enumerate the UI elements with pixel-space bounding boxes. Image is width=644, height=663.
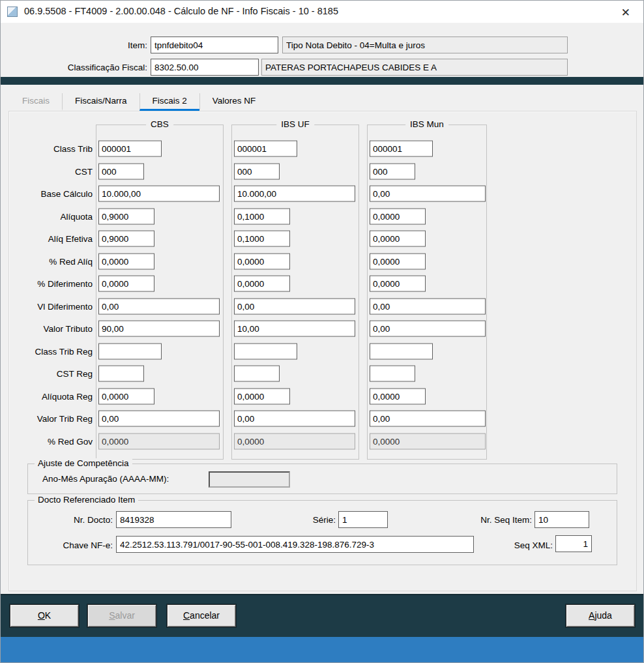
ajuste-competencia-groupbox: Ajuste de Competência Ano-Mês Apuração (… (27, 464, 617, 494)
tab-fiscais-narra[interactable]: Fiscais/Narra (62, 93, 139, 111)
class-trib-reg-cbs-input[interactable] (98, 343, 162, 359)
ajuda-button[interactable]: Ajuda (566, 604, 635, 627)
valor-tributo-ibs-uf-input[interactable] (234, 321, 355, 337)
cst-reg-ibs-mun-input[interactable] (370, 366, 415, 382)
aliquota-ibs-mun-input[interactable] (370, 208, 426, 224)
valor-tributo-row: Valor Tributo (9, 317, 636, 340)
red-gov-label: % Red Gov (9, 436, 93, 446)
ibs-mun-column-header: IBS Mun (405, 119, 448, 129)
ok-button[interactable]: OK (10, 604, 79, 627)
background-strip (1, 637, 643, 663)
chave-nfe-input[interactable] (116, 536, 474, 553)
ano-mes-apuracao-input (209, 471, 290, 488)
diferimento-ibs-mun-input[interactable] (370, 276, 426, 292)
nr-seq-item-label: Nr. Seq Item: (454, 515, 532, 525)
ajuste-competencia-title: Ajuste de Competência (35, 458, 132, 468)
base-calculo-cbs-input[interactable] (98, 186, 220, 202)
aliquota-ibs-uf-input[interactable] (234, 208, 290, 224)
ibs-uf-column-header: IBS UF (276, 119, 314, 129)
valor-trib-reg-label: Valor Trib Reg (9, 414, 93, 424)
class-trib-ibs-uf-input[interactable] (234, 141, 297, 157)
red-aliq-label: % Red Alíq (9, 256, 93, 266)
red-gov-row: % Red Gov (9, 430, 636, 453)
aliquota-reg-row: Alíquota Reg (9, 385, 636, 408)
cst-ibs-uf-input[interactable] (234, 163, 280, 179)
valor-trib-reg-ibs-uf-input[interactable] (234, 411, 355, 427)
class-trib-cbs-input[interactable] (98, 141, 162, 157)
tab-fiscais[interactable]: Fiscais (10, 93, 62, 111)
cst-row: CST (9, 160, 636, 183)
base-calculo-ibs-mun-input[interactable] (370, 186, 486, 202)
ano-mes-apuracao-label: Ano-Mês Apuração (AAAA-MM): (42, 474, 169, 484)
nr-docto-label: Nr. Docto: (31, 515, 113, 525)
aliquota-reg-cbs-input[interactable] (98, 388, 154, 404)
red-aliq-ibs-uf-input[interactable] (234, 253, 290, 269)
aliquota-reg-ibs-uf-input[interactable] (234, 388, 290, 404)
divider-band (1, 77, 643, 85)
class-trib-reg-ibs-mun-input[interactable] (370, 343, 433, 359)
item-description-field (282, 37, 568, 53)
red-gov-cbs-input (98, 433, 220, 449)
class-trib-reg-row: Class Trib Reg (9, 340, 636, 363)
diferimento-row: % Diferimento (9, 273, 636, 295)
aliquota-reg-ibs-mun-input[interactable] (370, 388, 426, 404)
class-trib-label: Class Trib (9, 144, 93, 154)
close-icon[interactable]: ✕ (619, 5, 633, 21)
cst-reg-ibs-uf-input[interactable] (234, 366, 280, 382)
cst-cbs-input[interactable] (98, 163, 144, 179)
diferimento-cbs-input[interactable] (98, 276, 154, 292)
diferimento-ibs-uf-input[interactable] (234, 276, 290, 292)
nr-seq-item-input[interactable] (534, 511, 589, 528)
docto-referenciado-title: Docto Referenciado Item (35, 495, 138, 505)
aliquota-label: Alíquota (9, 211, 93, 221)
tab-fiscais-2[interactable]: Fiscais 2 (139, 93, 199, 111)
vl-diferimento-label: Vl Diferimento (9, 301, 93, 311)
serie-label: Série: (274, 515, 336, 525)
cst-reg-row: CST Reg (9, 362, 636, 385)
button-bar: OKSalvarCancelarAjuda (1, 594, 643, 637)
base-calculo-row: Base Cálculo (9, 183, 636, 205)
class-trib-reg-ibs-uf-input[interactable] (234, 343, 297, 359)
cbs-column-header: CBS (146, 119, 173, 129)
aliq-efetiva-ibs-mun-input[interactable] (370, 231, 426, 247)
app-icon (7, 7, 18, 17)
red-aliq-cbs-input[interactable] (98, 253, 154, 269)
aliq-efetiva-row: Alíq Efetiva (9, 228, 636, 250)
red-aliq-ibs-mun-input[interactable] (370, 253, 426, 269)
seq-xml-input[interactable] (555, 535, 592, 552)
cst-reg-label: CST Reg (9, 369, 93, 379)
class-trib-ibs-mun-input[interactable] (370, 141, 433, 157)
title-bar: 06.9.5508 - FT4009 - 2.00.00.048 - Cálcu… (1, 1, 643, 23)
dialog-window: 06.9.5508 - FT4009 - 2.00.00.048 - Cálcu… (0, 0, 644, 663)
cst-reg-cbs-input[interactable] (98, 366, 144, 382)
cancelar-button[interactable]: Cancelar (167, 604, 236, 627)
red-aliq-row: % Red Alíq (9, 250, 636, 273)
serie-input[interactable] (338, 511, 388, 528)
aliq-efetiva-cbs-input[interactable] (98, 231, 154, 247)
class-trib-row: Class Trib (9, 138, 636, 160)
classificacao-fiscal-input[interactable] (151, 59, 259, 76)
aliquota-reg-label: Alíquota Reg (9, 391, 93, 401)
valor-trib-reg-cbs-input[interactable] (98, 411, 220, 427)
item-input[interactable] (151, 37, 278, 53)
vl-diferimento-row: Vl Diferimento (9, 295, 636, 318)
nr-docto-input[interactable] (116, 511, 231, 528)
vl-diferimento-ibs-mun-input[interactable] (370, 298, 486, 314)
red-gov-ibs-uf-input (234, 433, 355, 449)
cst-ibs-mun-input[interactable] (370, 163, 415, 179)
vl-diferimento-ibs-uf-input[interactable] (234, 298, 355, 314)
aliq-efetiva-ibs-uf-input[interactable] (234, 231, 290, 247)
item-label: Item: (53, 40, 147, 50)
tab-valores-nf[interactable]: Valores NF (199, 93, 269, 111)
red-gov-ibs-mun-input (370, 433, 486, 449)
base-calculo-ibs-uf-input[interactable] (234, 186, 355, 202)
aliquota-cbs-input[interactable] (98, 208, 154, 224)
classificacao-fiscal-label: Classificação Fiscal: (40, 63, 147, 72)
salvar-button[interactable]: Salvar (87, 604, 156, 627)
valor-tributo-cbs-input[interactable] (98, 321, 220, 337)
window-title: 06.9.5508 - FT4009 - 2.00.00.048 - Cálcu… (24, 6, 338, 16)
valor-tributo-ibs-mun-input[interactable] (370, 321, 486, 337)
valor-trib-reg-ibs-mun-input[interactable] (370, 411, 486, 427)
fiscais-2-tab-panel: CBS IBS UF IBS Mun Class TribCSTBase Cál… (8, 111, 637, 591)
vl-diferimento-cbs-input[interactable] (98, 298, 220, 314)
